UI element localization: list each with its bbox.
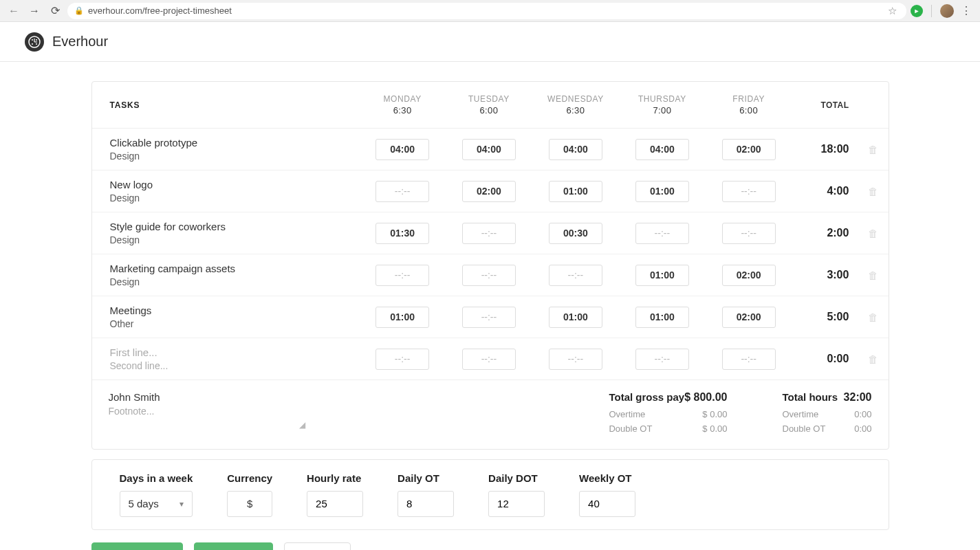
time-input[interactable]	[375, 307, 429, 328]
setting-label: Weekly OT	[579, 472, 635, 484]
header-day: FRIDAY6:00	[706, 82, 792, 129]
time-input[interactable]	[722, 307, 776, 328]
time-input[interactable]	[549, 223, 602, 244]
daily-ot-input[interactable]	[406, 498, 441, 509]
setting-label: Days in a week	[120, 472, 193, 484]
delete-icon[interactable]: 🗑	[868, 228, 878, 239]
browser-toolbar: ← → ⟳ 🔒 everhour.com/free-project-timesh…	[0, 0, 980, 22]
time-input[interactable]	[375, 223, 429, 244]
footnote-input[interactable]	[109, 406, 301, 428]
time-input[interactable]	[375, 139, 429, 160]
time-input[interactable]	[635, 265, 689, 286]
client-name-input[interactable]	[109, 391, 287, 403]
time-input[interactable]	[635, 181, 689, 202]
star-icon[interactable]: ☆	[888, 5, 897, 17]
menu-icon[interactable]: ⋮	[958, 4, 974, 17]
setting-label: Hourly rate	[307, 472, 363, 484]
task-name: Style guide for coworkers	[110, 221, 350, 232]
table-row-blank: 0:00🗑	[92, 338, 889, 380]
time-input[interactable]	[549, 181, 602, 202]
delete-icon[interactable]: 🗑	[868, 186, 878, 197]
time-input[interactable]	[462, 349, 516, 370]
hours-summary: Total hours32:00 Overtime0:00 Double OT0…	[783, 391, 872, 437]
gross-summary: Total gross pay$ 800.00 Overtime$ 0.00 D…	[609, 391, 727, 437]
forward-icon[interactable]: →	[26, 3, 43, 19]
delete-icon[interactable]: 🗑	[868, 270, 878, 281]
table-row: Marketing campaign assets Design 3:00🗑	[92, 254, 889, 296]
days-select[interactable]: 5 days ▾	[120, 491, 193, 517]
csv-button[interactable]: CSV	[284, 542, 351, 550]
profile-avatar[interactable]	[940, 4, 954, 18]
time-input[interactable]	[635, 139, 689, 160]
time-input[interactable]	[549, 265, 602, 286]
delete-icon[interactable]: 🗑	[868, 353, 878, 365]
time-input[interactable]	[722, 349, 776, 370]
header-day: TUESDAY6:00	[446, 82, 532, 129]
summary-row: ◢ Total gross pay$ 800.00 Overtime$ 0.00…	[92, 380, 889, 449]
row-total: 4:00	[792, 170, 859, 212]
actions-bar: Add Row Print CSV Reset	[91, 542, 889, 550]
time-input[interactable]	[462, 139, 516, 160]
task-name-input[interactable]	[110, 346, 350, 358]
brand-bar: Everhour	[0, 22, 980, 62]
setting-label: Daily DOT	[488, 472, 545, 484]
brand-name: Everhour	[52, 34, 108, 50]
print-button[interactable]: Print	[194, 542, 273, 550]
time-input[interactable]	[462, 223, 516, 244]
lock-icon: 🔒	[74, 6, 84, 15]
row-total: 0:00	[792, 338, 859, 380]
reload-icon[interactable]: ⟳	[47, 3, 63, 19]
header-day: WEDNESDAY6:30	[532, 82, 619, 129]
url-text: everhour.com/free-project-timesheet	[88, 6, 232, 16]
task-name: Marketing campaign assets	[110, 263, 350, 274]
task-name: New logo	[110, 179, 350, 190]
time-input[interactable]	[549, 349, 602, 370]
table-row: Clickable prototype Design 18:00🗑	[92, 129, 889, 170]
weekly-ot-input[interactable]	[588, 498, 622, 509]
resize-handle-icon[interactable]: ◢	[299, 420, 305, 430]
setting-label: Daily OT	[398, 472, 454, 484]
svg-point-3	[32, 43, 33, 45]
time-input[interactable]	[635, 223, 689, 244]
task-category: Design	[110, 192, 350, 204]
time-input[interactable]	[375, 181, 429, 202]
separator	[931, 5, 932, 17]
brand-logo	[25, 32, 44, 52]
currency-input[interactable]: $	[227, 491, 272, 517]
table-row: New logo Design 4:00🗑	[92, 170, 889, 212]
time-input[interactable]	[375, 349, 429, 370]
url-bar[interactable]: 🔒 everhour.com/free-project-timesheet ☆	[67, 3, 906, 19]
add-row-button[interactable]: Add Row	[91, 542, 183, 550]
delete-icon[interactable]: 🗑	[868, 144, 878, 155]
hourly-rate-input[interactable]	[316, 498, 350, 509]
header-total: TOTAL	[792, 82, 859, 129]
time-input[interactable]	[549, 307, 602, 328]
time-input[interactable]	[635, 307, 689, 328]
time-input[interactable]	[462, 181, 516, 202]
time-input[interactable]	[549, 139, 602, 160]
time-input[interactable]	[462, 307, 516, 328]
table-row: Style guide for coworkers Design 2:00🗑	[92, 212, 889, 254]
extension-icon[interactable]: ►	[911, 5, 923, 17]
svg-point-2	[36, 39, 37, 41]
task-name: Clickable prototype	[110, 137, 350, 148]
time-input[interactable]	[722, 265, 776, 286]
row-total: 18:00	[792, 129, 859, 170]
time-input[interactable]	[462, 265, 516, 286]
time-input[interactable]	[722, 181, 776, 202]
task-category: Other	[110, 318, 350, 329]
task-category: Design	[110, 151, 350, 162]
delete-icon[interactable]: 🗑	[868, 311, 878, 323]
task-category-input[interactable]	[110, 360, 350, 371]
task-name: Meetings	[110, 305, 350, 316]
row-total: 5:00	[792, 296, 859, 338]
row-total: 2:00	[792, 212, 859, 254]
time-input[interactable]	[375, 265, 429, 286]
time-input[interactable]	[635, 349, 689, 370]
svg-point-4	[36, 43, 37, 45]
settings-panel: Days in a week 5 days ▾ Currency $ Hourl…	[91, 459, 889, 530]
time-input[interactable]	[722, 223, 776, 244]
time-input[interactable]	[722, 139, 776, 160]
back-icon: ←	[6, 3, 22, 19]
daily-dot-input[interactable]	[497, 498, 532, 509]
